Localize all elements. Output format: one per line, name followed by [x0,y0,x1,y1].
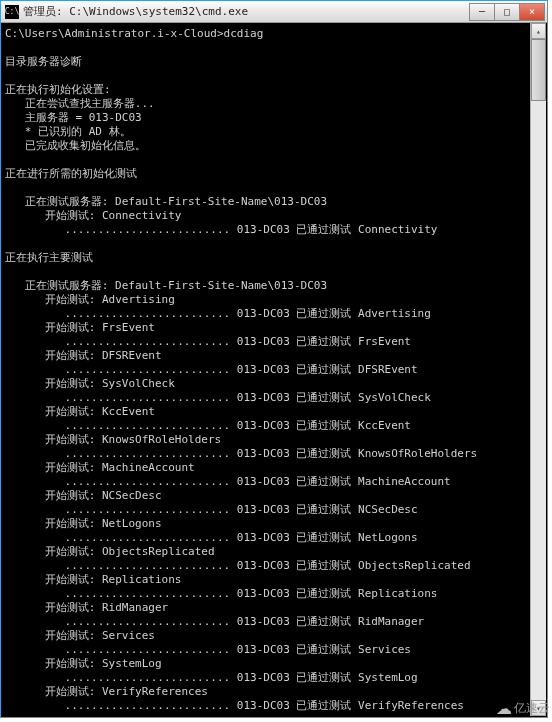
scrollbar[interactable]: ▴ ▾ [530,23,546,716]
scroll-up-button[interactable]: ▴ [531,23,546,39]
title-path: C:\Windows\system32\cmd.exe [69,5,248,18]
cmd-window: C:\ 管理员: C:\Windows\system32\cmd.exe ─ □… [0,0,548,718]
maximize-button[interactable]: □ [494,3,520,21]
close-button[interactable]: × [519,3,545,21]
title-prefix: 管理员: [23,5,63,18]
minimize-button[interactable]: ─ [469,3,495,21]
scroll-down-button[interactable]: ▾ [531,700,546,716]
window-title: 管理员: C:\Windows\system32\cmd.exe [23,4,470,19]
scroll-thumb[interactable] [531,39,546,101]
window-controls: ─ □ × [470,3,545,21]
scroll-track[interactable] [531,39,546,700]
terminal-output: C:\Users\Administrator.i-x-Cloud>dcdiag … [1,23,547,717]
titlebar[interactable]: C:\ 管理员: C:\Windows\system32\cmd.exe ─ □… [1,1,547,23]
cmd-icon: C:\ [5,5,19,19]
